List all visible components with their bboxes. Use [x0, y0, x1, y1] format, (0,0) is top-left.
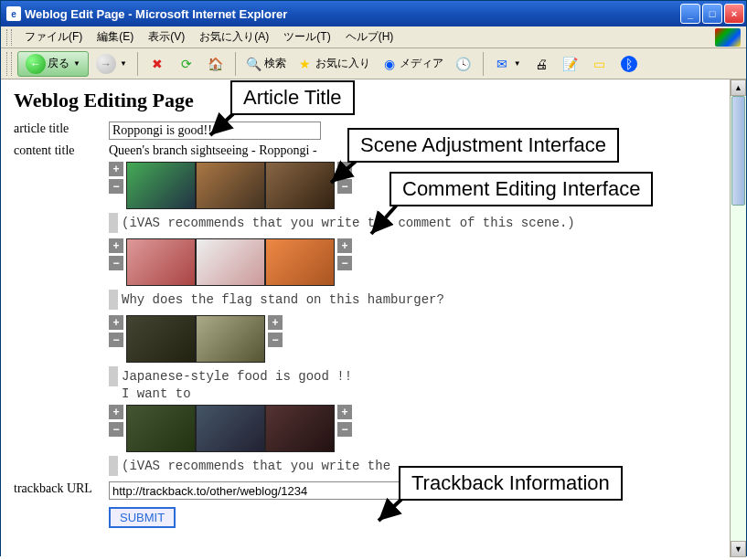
- drag-handle-icon[interactable]: [109, 456, 118, 476]
- scene-thumbnail[interactable]: [196, 238, 265, 286]
- mail-button[interactable]: ✉▼: [490, 51, 525, 77]
- media-icon: ◉: [381, 56, 398, 72]
- minus-button[interactable]: −: [109, 256, 123, 270]
- bluetooth-button[interactable]: ᛒ: [616, 51, 642, 77]
- article-title-label: article title: [14, 122, 109, 136]
- scene-thumbnail[interactable]: [196, 162, 265, 209]
- toolbar-grip-icon: [6, 52, 12, 76]
- scene-thumbnail[interactable]: [126, 405, 196, 452]
- home-icon: 🏠: [208, 56, 224, 72]
- content-title-label: content title: [14, 143, 109, 158]
- scene-comment[interactable]: (iVAS recommends that you write the: [122, 459, 390, 473]
- svg-line-2: [371, 203, 399, 234]
- minus-button[interactable]: −: [337, 422, 352, 437]
- edit-icon: 📝: [562, 56, 579, 72]
- plus-button[interactable]: +: [268, 315, 283, 330]
- scene-thumbnail[interactable]: [265, 405, 335, 452]
- note-icon: ▭: [592, 56, 608, 72]
- menu-help[interactable]: ヘルプ(H): [338, 26, 401, 48]
- dropdown-icon: ▼: [118, 59, 127, 68]
- search-button[interactable]: 🔍検索: [242, 51, 290, 77]
- forward-arrow-icon: →: [96, 54, 116, 74]
- media-button[interactable]: ◉メディア: [378, 51, 447, 77]
- scene-comment[interactable]: Japanese-style food is good !!: [122, 369, 352, 384]
- scene-thumbnail[interactable]: [126, 315, 196, 363]
- menubar: ファイル(F) 編集(E) 表示(V) お気に入り(A) ツール(T) ヘルプ(…: [1, 26, 746, 48]
- scene-comment-line2[interactable]: I want to: [122, 386, 717, 401]
- minus-button[interactable]: −: [109, 333, 123, 347]
- refresh-button[interactable]: ⟳: [174, 51, 199, 77]
- menu-file[interactable]: ファイル(F): [17, 26, 90, 48]
- plus-button[interactable]: +: [109, 315, 123, 330]
- home-button[interactable]: 🏠: [203, 51, 229, 77]
- scene-thumbnail[interactable]: [126, 162, 196, 209]
- stop-icon: ✖: [149, 56, 165, 72]
- plus-button[interactable]: +: [109, 238, 123, 253]
- titlebar: e Weblog Edit Page - Microsoft Internet …: [1, 1, 746, 26]
- scene-thumbnail[interactable]: [196, 405, 265, 452]
- app-icon: e: [6, 6, 21, 21]
- back-arrow-icon: ←: [26, 54, 46, 74]
- discuss-button[interactable]: ▭: [587, 51, 613, 77]
- vertical-scrollbar[interactable]: ▲ ▼: [730, 79, 746, 557]
- content-title-value: Queen's branch sightseeing - Roppongi -: [109, 143, 317, 158]
- scene-thumbnail[interactable]: [265, 162, 335, 209]
- scrollbar-thumb[interactable]: [731, 96, 745, 206]
- browser-window: e Weblog Edit Page - Microsoft Internet …: [0, 0, 747, 556]
- forward-button[interactable]: → ▼: [92, 51, 131, 77]
- plus-button[interactable]: +: [109, 405, 123, 419]
- toolbar-grip-icon: [6, 29, 12, 46]
- minus-button[interactable]: −: [109, 422, 123, 437]
- trackback-label: trackback URL: [14, 481, 109, 496]
- history-icon: 🕓: [455, 56, 472, 72]
- minus-button[interactable]: −: [268, 333, 283, 347]
- plus-button[interactable]: +: [109, 162, 123, 176]
- search-icon: 🔍: [246, 56, 262, 72]
- dropdown-icon: ▼: [512, 59, 521, 68]
- refresh-icon: ⟳: [178, 56, 195, 72]
- windows-flag-icon: [715, 28, 741, 47]
- stop-button[interactable]: ✖: [144, 51, 170, 77]
- star-icon: ★: [297, 56, 314, 72]
- callout-trackback-info: Trackback Information: [399, 466, 623, 501]
- minus-button[interactable]: −: [337, 256, 352, 270]
- toolbar: ← 戻る ▼ → ▼ ✖ ⟳ 🏠 🔍検索 ★お気に入り ◉メディア 🕓 ✉▼ 🖨…: [1, 48, 746, 79]
- plus-button[interactable]: +: [337, 238, 352, 253]
- menu-favorites[interactable]: お気に入り(A): [192, 26, 276, 48]
- favorites-button[interactable]: ★お気に入り: [293, 51, 374, 77]
- page-title: Weblog Editing Page: [14, 89, 717, 112]
- callout-article-title: Article Title: [230, 80, 355, 115]
- minus-button[interactable]: −: [109, 179, 123, 194]
- drag-handle-icon[interactable]: [109, 366, 118, 386]
- back-button[interactable]: ← 戻る ▼: [17, 51, 89, 77]
- scene-comment[interactable]: (iVAS recommends that you write the comm…: [122, 216, 575, 230]
- maximize-button[interactable]: □: [702, 4, 722, 24]
- scene-block: +− +− Japanese-style food is good !! I w…: [109, 315, 717, 401]
- menu-view[interactable]: 表示(V): [141, 26, 192, 48]
- window-title: Weblog Edit Page - Microsoft Internet Ex…: [25, 7, 680, 21]
- scene-thumbnail[interactable]: [196, 315, 265, 363]
- menu-edit[interactable]: 編集(E): [90, 26, 141, 48]
- scene-thumbnail[interactable]: [126, 238, 196, 286]
- minimize-button[interactable]: _: [680, 4, 700, 24]
- scene-block: +− +− Why does the flag stand on this ha…: [109, 238, 717, 310]
- scene-comment[interactable]: Why does the flag stand on this hamburge…: [122, 292, 444, 307]
- back-label: 戻る: [48, 56, 69, 71]
- callout-scene-adjustment: Scene Adjustment Interface: [347, 128, 619, 163]
- scroll-down-icon[interactable]: ▼: [731, 541, 746, 557]
- edit-button[interactable]: 📝: [558, 51, 583, 77]
- drag-handle-icon[interactable]: [109, 290, 118, 310]
- submit-button[interactable]: SUBMIT: [109, 507, 176, 528]
- print-icon: 🖨: [533, 56, 550, 72]
- drag-handle-icon[interactable]: [109, 213, 118, 233]
- scroll-up-icon[interactable]: ▲: [731, 79, 746, 96]
- history-button[interactable]: 🕓: [451, 51, 476, 77]
- bluetooth-icon: ᛒ: [621, 56, 637, 72]
- menu-tools[interactable]: ツール(T): [276, 26, 337, 48]
- mail-icon: ✉: [494, 56, 510, 72]
- plus-button[interactable]: +: [337, 405, 352, 419]
- scene-thumbnail[interactable]: [265, 238, 335, 286]
- print-button[interactable]: 🖨: [528, 51, 554, 77]
- callout-comment-editing: Comment Editing Interface: [390, 172, 653, 206]
- close-button[interactable]: ×: [724, 4, 744, 24]
